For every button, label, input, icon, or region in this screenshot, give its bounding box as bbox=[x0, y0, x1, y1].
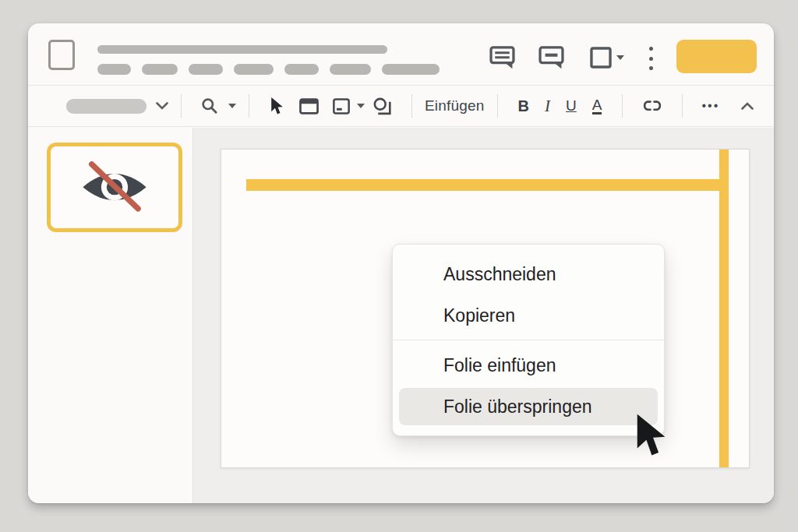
menu-item-copy[interactable]: Kopieren bbox=[393, 295, 664, 336]
insert-menu-button[interactable]: Einfügen bbox=[425, 97, 485, 115]
bold-button[interactable]: B bbox=[518, 97, 529, 115]
chevron-down-icon[interactable] bbox=[156, 102, 168, 110]
more-options-button[interactable]: ••• bbox=[701, 99, 719, 113]
divider bbox=[622, 94, 623, 118]
select-tool-icon[interactable] bbox=[269, 97, 285, 116]
caret-down-icon[interactable] bbox=[228, 104, 236, 108]
menu-item-cut[interactable]: Ausschneiden bbox=[393, 254, 664, 295]
menu-item-skip-slide[interactable]: Folie überspringen bbox=[399, 388, 658, 425]
menubar-placeholder bbox=[97, 64, 440, 75]
text-color-button[interactable]: A bbox=[592, 97, 602, 115]
slide-thumbnail-selected[interactable] bbox=[47, 143, 182, 232]
resolve-comment-icon[interactable] bbox=[538, 45, 564, 70]
caret-down-icon bbox=[616, 55, 624, 60]
menu-item-placeholder[interactable] bbox=[97, 64, 131, 75]
comment-icon[interactable] bbox=[489, 45, 515, 70]
italic-button[interactable]: I bbox=[545, 97, 550, 116]
kebab-menu-icon[interactable] bbox=[647, 46, 655, 71]
zoom-select-placeholder[interactable] bbox=[66, 99, 147, 114]
horizontal-yellow-bar-shape[interactable] bbox=[246, 179, 720, 191]
new-slide-icon[interactable] bbox=[299, 98, 319, 115]
menu-item-insert-slide[interactable]: Folie einfügen bbox=[393, 345, 664, 386]
slide-filmstrip bbox=[28, 128, 193, 503]
eye-slash-icon bbox=[76, 160, 154, 215]
search-icon[interactable] bbox=[201, 97, 218, 115]
document-title-placeholder[interactable] bbox=[97, 45, 387, 54]
divider bbox=[411, 94, 412, 118]
underline-button[interactable]: U bbox=[566, 97, 577, 115]
app-logo-document-icon[interactable] bbox=[48, 40, 75, 70]
menu-item-placeholder[interactable] bbox=[284, 64, 319, 75]
divider bbox=[181, 94, 182, 118]
menu-item-placeholder[interactable] bbox=[382, 64, 440, 75]
caret-down-icon[interactable] bbox=[357, 104, 365, 108]
menu-divider bbox=[393, 340, 664, 340]
menu-item-placeholder[interactable] bbox=[330, 64, 371, 75]
shape-icon[interactable] bbox=[373, 97, 392, 115]
mouse-pointer-icon bbox=[633, 412, 670, 460]
present-icon[interactable] bbox=[588, 45, 626, 70]
divider bbox=[249, 94, 249, 118]
divider bbox=[682, 94, 683, 118]
menu-item-placeholder[interactable] bbox=[142, 64, 178, 75]
insert-link-icon[interactable] bbox=[642, 100, 662, 111]
collapse-toolbar-icon[interactable] bbox=[741, 102, 754, 110]
context-menu: Ausschneiden Kopieren Folie einfügen Fol… bbox=[392, 244, 665, 436]
share-button[interactable] bbox=[676, 40, 757, 73]
menu-item-placeholder[interactable] bbox=[234, 64, 274, 75]
screen: Einfügen B I U A ••• bbox=[0, 0, 798, 532]
menu-item-placeholder[interactable] bbox=[189, 64, 223, 75]
divider bbox=[497, 94, 498, 118]
layout-icon[interactable] bbox=[333, 98, 350, 115]
header bbox=[28, 23, 774, 86]
toolbar: Einfügen B I U A ••• bbox=[28, 86, 774, 127]
vertical-yellow-bar-shape[interactable] bbox=[719, 150, 729, 467]
